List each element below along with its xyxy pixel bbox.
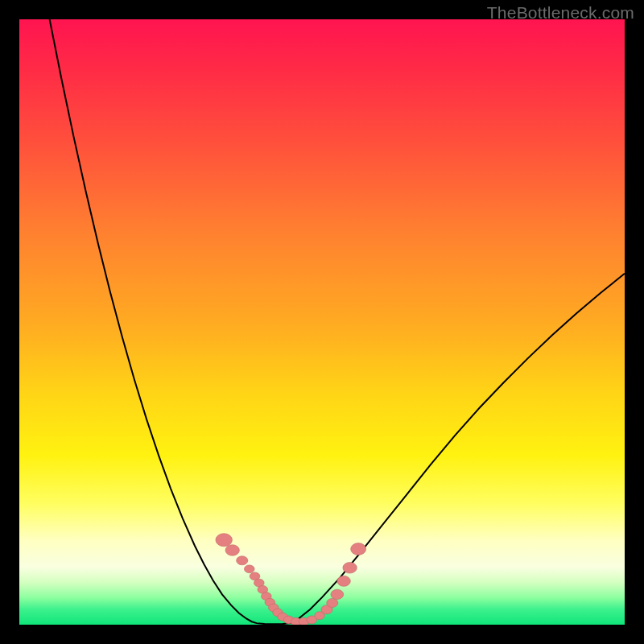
outer-frame: TheBottleneck.com [0,0,644,644]
chart-svg [19,19,625,625]
curve-marker [237,556,248,565]
curve-marker [216,534,233,547]
curve-marker [225,545,239,556]
curve-marker [327,598,338,607]
curve-marker [343,563,357,574]
plot-area [19,19,625,625]
gradient-rect [19,19,625,625]
curve-marker [244,565,254,573]
curve-marker [331,589,344,599]
curve-marker [351,543,366,555]
curve-marker [337,576,351,586]
